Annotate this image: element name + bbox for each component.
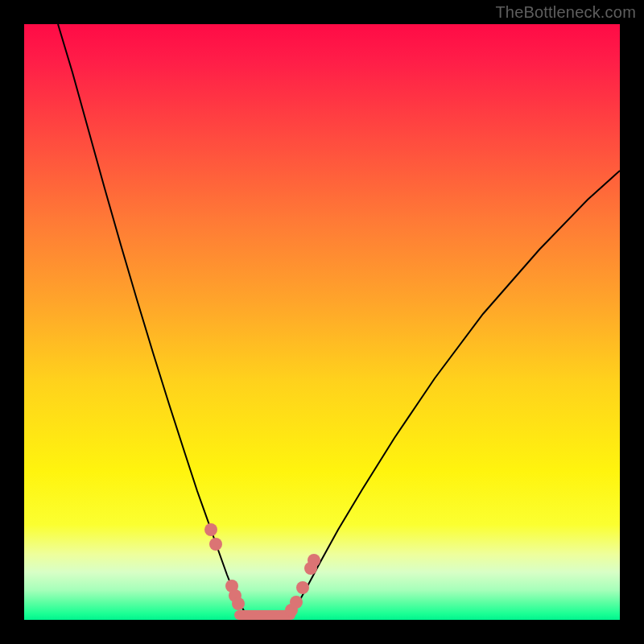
plot-area [24,24,620,620]
data-point-right-lower-b [290,596,303,609]
bottleneck-curve [58,24,620,620]
data-point-right-mid [296,581,309,594]
watermark-text: TheBottleneck.com [495,3,636,22]
curve-layer [24,24,620,620]
data-points [204,523,320,617]
chart-frame: TheBottleneck.com [0,0,644,644]
data-point-left-upper-b [209,538,222,551]
data-point-right-upper-b [308,554,320,567]
data-point-left-upper-a [204,523,217,536]
data-point-left-lower-c [232,597,245,610]
